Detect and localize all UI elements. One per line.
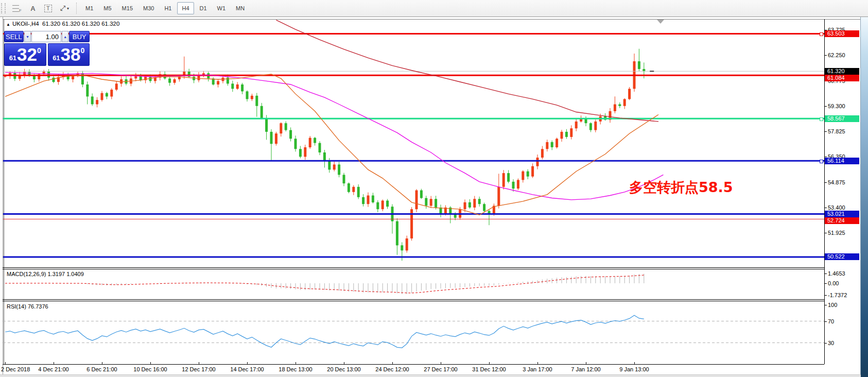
macd-label: MACD(12,26,9) 1.3197 1.0409 xyxy=(7,271,84,277)
fibo-letter: F xyxy=(19,8,22,13)
ask-price-prefix: 61 xyxy=(53,54,60,62)
legend-symbol: UKOil-,H4 xyxy=(12,21,39,27)
price-badge: 61.084 xyxy=(825,75,859,81)
price-badge: 61.320 xyxy=(825,68,859,75)
price-badge: 63.503 xyxy=(825,30,859,37)
price-chart-canvas[interactable] xyxy=(3,19,824,377)
price-tick xyxy=(824,131,827,132)
price-tick xyxy=(824,55,827,56)
timeframe-W1[interactable]: W1 xyxy=(213,2,231,14)
macd-tick xyxy=(824,283,827,284)
macd-axis-label: 1.4653 xyxy=(828,270,845,277)
chart-legend: ▲UKOil-,H4 61.320 61.320 61.320 61.320 xyxy=(6,21,119,27)
macd-tick xyxy=(824,295,827,296)
price-badge: 50.522 xyxy=(825,253,859,260)
price-tick-label: 54.875 xyxy=(828,179,845,185)
legend-ohlc-values: 61.320 61.320 61.320 61.320 xyxy=(42,21,119,27)
fibo-lines xyxy=(12,5,19,12)
text-icon[interactable]: A xyxy=(26,2,40,14)
price-badge: 52.724 xyxy=(825,217,859,224)
line-handle[interactable] xyxy=(820,160,823,163)
arrows-icon-glyph: ⤢ xyxy=(60,4,65,12)
price-tick xyxy=(824,208,827,208)
rsi-label: RSI(14) 76.7376 xyxy=(7,303,48,310)
line-handle[interactable] xyxy=(820,32,823,36)
bid-price-big: 32 xyxy=(17,45,37,64)
toolbar-separator xyxy=(76,3,77,14)
arrows-icon[interactable]: ⤢▾ xyxy=(57,2,73,14)
price-badge: 58.567 xyxy=(825,115,859,122)
ma-slow xyxy=(276,20,658,122)
bid-ask-tiles: 61 32 0 61 38 0 xyxy=(4,43,90,66)
bid-price-sup: 0 xyxy=(37,46,41,55)
price-tick xyxy=(824,182,827,183)
price-badge: 53.021 xyxy=(825,211,859,217)
rsi-tick xyxy=(824,343,827,344)
dropdown-caret-icon[interactable]: ▾ xyxy=(67,6,69,11)
timeframe-H1[interactable]: H1 xyxy=(160,2,176,14)
price-tick-label: 51.925 xyxy=(828,230,845,236)
timeframe-H4[interactable]: H4 xyxy=(177,2,194,14)
trade-controls-row: SELL ▼ ▲ BUY xyxy=(4,31,90,42)
timeframe-M30[interactable]: M30 xyxy=(138,2,159,14)
volume-increase-button[interactable]: ▲ xyxy=(62,31,68,42)
volume-decrease-button[interactable]: ▼ xyxy=(24,31,31,42)
rsi-axis-label: 100 xyxy=(828,302,837,308)
toolbar-grip[interactable] xyxy=(1,3,6,13)
macd-axis-label: -1.7372 xyxy=(828,292,847,298)
price-tick xyxy=(824,106,827,107)
ask-price-sup: 0 xyxy=(81,46,85,55)
buy-price-tile[interactable]: 61 38 0 xyxy=(48,43,90,66)
bid-price-prefix: 61 xyxy=(9,54,16,62)
timeframe-buttons-group: M1M5M15M30H1H4D1W1MN xyxy=(80,2,250,14)
timeframe-D1[interactable]: D1 xyxy=(195,2,212,14)
price-tick-label: 57.825 xyxy=(828,128,845,134)
timeframe-MN[interactable]: MN xyxy=(231,2,249,14)
price-badge: 56.114 xyxy=(825,158,859,164)
collapse-triangle-icon[interactable]: ▲ xyxy=(6,22,10,27)
rsi-tick xyxy=(824,321,827,322)
price-tick-label: 53.400 xyxy=(828,204,845,211)
ask-price-big: 38 xyxy=(61,45,81,64)
price-tick-label: 59.300 xyxy=(828,103,845,109)
drawing-tools-group: FAT⤢▾ xyxy=(8,2,73,14)
sell-price-tile[interactable]: 61 32 0 xyxy=(4,43,46,66)
rsi-tick xyxy=(824,305,827,305)
price-tick-label: 62.250 xyxy=(828,52,845,58)
timeframe-M5[interactable]: M5 xyxy=(99,2,116,14)
price-tick xyxy=(824,233,827,233)
text-icon-glyph: A xyxy=(30,5,35,12)
macd-axis-label: 0.00 xyxy=(828,280,839,286)
rsi-axis-label: 30 xyxy=(828,340,834,346)
mt4-terminal: { "toolbar": { "tools": [ {"name":"fibo-… xyxy=(0,0,868,377)
text-label-icon[interactable]: T xyxy=(41,2,56,14)
one-click-trading-panel: SELL ▼ ▲ BUY 61 32 0 61 38 0 xyxy=(4,31,90,66)
timeframe-M15[interactable]: M15 xyxy=(117,2,137,14)
chart-toolbar: FAT⤢▾ M1M5M15M30H1H4D1W1MN xyxy=(0,0,868,17)
fibo-retracement-icon[interactable]: F xyxy=(9,2,25,14)
macd-tick xyxy=(824,273,827,274)
text-label-icon-glyph: T xyxy=(44,5,52,12)
sell-button[interactable]: SELL xyxy=(4,31,24,42)
timeframe-M1[interactable]: M1 xyxy=(81,2,98,14)
volume-input[interactable] xyxy=(31,31,61,42)
line-handle[interactable] xyxy=(820,117,823,121)
chart-annotation: 多空转折点58.5 xyxy=(629,178,733,197)
buy-button[interactable]: BUY xyxy=(69,31,90,42)
window-scrollbar[interactable] xyxy=(861,17,868,377)
rsi-axis-label: 70 xyxy=(828,318,834,324)
